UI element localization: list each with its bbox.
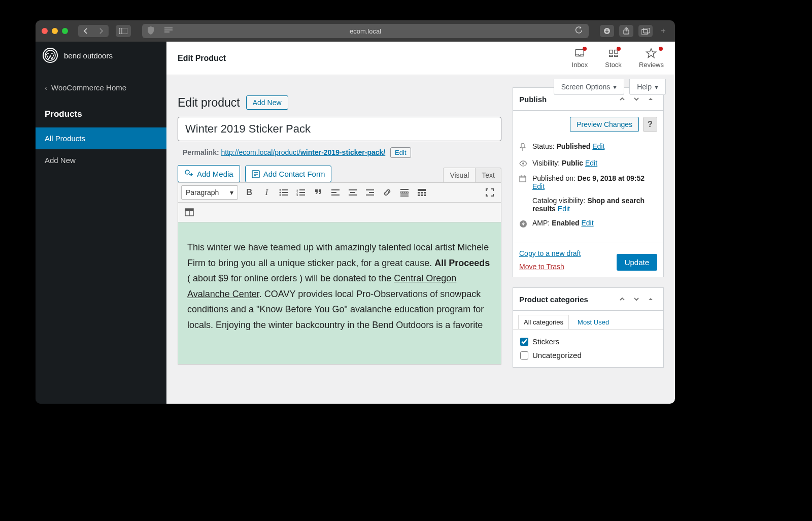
tab-stock[interactable]: Stock: [605, 48, 622, 69]
product-title-input[interactable]: [178, 117, 501, 141]
svg-point-22: [280, 194, 281, 196]
chevron-down-icon: ▾: [613, 83, 617, 91]
editor-toolbar: Paragraph▾ B I 123: [178, 182, 501, 203]
tab-most-used[interactable]: Most Used: [572, 315, 615, 329]
svg-rect-39: [369, 192, 374, 193]
tab-label: Inbox: [572, 61, 588, 69]
fullscreen-button[interactable]: [482, 185, 498, 200]
close-window-button[interactable]: [42, 28, 48, 34]
admin-sidebar: bend outdoors ‹ WooCommerce Home Product…: [36, 42, 166, 404]
tab-visual[interactable]: Visual: [443, 168, 476, 182]
maximize-window-button[interactable]: [62, 28, 68, 34]
tab-label: Stock: [605, 61, 622, 69]
tab-all-categories[interactable]: All categories: [518, 315, 569, 329]
add-new-button[interactable]: Add New: [246, 95, 288, 110]
quote-button[interactable]: [310, 185, 326, 200]
screen-options-button[interactable]: Screen Options ▾: [554, 79, 625, 95]
category-checkbox[interactable]: [520, 338, 528, 346]
amp-icon: [519, 220, 527, 230]
svg-point-15: [185, 170, 189, 174]
svg-rect-24: [282, 192, 288, 193]
category-item-uncategorized[interactable]: Uncategorized: [520, 348, 656, 362]
svg-rect-47: [418, 192, 420, 193]
help-icon[interactable]: ?: [643, 117, 657, 132]
tab-inbox[interactable]: Inbox: [572, 48, 588, 69]
chevron-left-icon: ‹: [45, 83, 47, 92]
svg-rect-0: [119, 28, 127, 34]
update-button[interactable]: Update: [617, 254, 657, 271]
svg-rect-12: [614, 50, 617, 53]
edit-date-link[interactable]: Edit: [532, 182, 545, 190]
back-button[interactable]: [78, 25, 93, 37]
categories-box: Product categories All categories Most U…: [513, 287, 664, 368]
svg-rect-23: [282, 189, 288, 190]
chevron-down-icon: ▾: [230, 188, 233, 197]
edit-catalog-link[interactable]: Edit: [558, 205, 570, 213]
editor-content[interactable]: This winter we have teamed up with amazi…: [178, 222, 501, 365]
sidebar-item-add-new[interactable]: Add New: [36, 149, 166, 171]
link-button[interactable]: [379, 185, 395, 200]
toggle-panel-button[interactable]: [644, 293, 657, 305]
back-to-woocommerce[interactable]: ‹ WooCommerce Home: [36, 69, 166, 101]
insert-more-button[interactable]: [396, 185, 413, 200]
svg-point-57: [522, 162, 524, 165]
copy-draft-link[interactable]: Copy to a new draft: [519, 249, 581, 257]
tab-text[interactable]: Text: [476, 168, 501, 182]
move-to-trash-link[interactable]: Move to Trash: [519, 263, 581, 271]
bullet-list-button[interactable]: [276, 185, 292, 200]
sidebar-header[interactable]: bend outdoors: [36, 42, 166, 69]
number-list-button[interactable]: 123: [293, 185, 309, 200]
permalink-edit-button[interactable]: Edit: [390, 147, 411, 158]
category-item-stickers[interactable]: Stickers: [520, 335, 656, 348]
camera-icon: [184, 169, 193, 178]
header-title: Edit Product: [178, 54, 226, 63]
edit-status-link[interactable]: Edit: [592, 142, 604, 150]
svg-rect-7: [641, 29, 648, 35]
bold-button[interactable]: B: [241, 185, 257, 200]
svg-rect-35: [349, 189, 357, 190]
forward-button[interactable]: [93, 25, 109, 37]
svg-rect-43: [400, 192, 409, 192]
add-media-button[interactable]: Add Media: [178, 165, 240, 182]
sidebar-section-products[interactable]: Products: [36, 101, 166, 127]
reload-icon[interactable]: [575, 26, 583, 36]
main-column: Edit product Add New Permalink: http://e…: [178, 87, 501, 378]
svg-rect-30: [299, 192, 305, 193]
help-button[interactable]: Help ▾: [629, 79, 666, 95]
svg-rect-8: [644, 28, 650, 33]
new-tab-button[interactable]: +: [658, 26, 669, 36]
wc-activity-tabs: Inbox Stock Reviews: [572, 48, 664, 69]
categories-title: Product categories: [519, 295, 588, 304]
editor-toolbar-row2: [178, 203, 501, 222]
traffic-lights: [42, 28, 68, 34]
tab-reviews[interactable]: Reviews: [639, 48, 664, 69]
edit-visibility-link[interactable]: Edit: [585, 159, 597, 167]
move-up-button[interactable]: [616, 293, 629, 305]
publish-box: Publish Preview Changes ?: [513, 87, 664, 277]
reader-mode-icon[interactable]: [164, 27, 173, 35]
publish-title: Publish: [519, 95, 547, 104]
browser-window: ecom.local + bend outdoors ‹ WooCommerce…: [36, 20, 675, 404]
tabs-button[interactable]: [638, 25, 653, 37]
editor-media-buttons: Add Media Add Contact Form Visual Text: [178, 165, 501, 182]
address-bar[interactable]: ecom.local: [142, 24, 589, 38]
downloads-button[interactable]: [600, 25, 614, 37]
table-button[interactable]: [181, 205, 197, 220]
align-left-button[interactable]: [327, 185, 344, 200]
sidebar-toggle-button[interactable]: [116, 25, 131, 37]
move-down-button[interactable]: [630, 293, 643, 305]
add-contact-form-button[interactable]: Add Contact Form: [245, 166, 332, 182]
edit-amp-link[interactable]: Edit: [581, 219, 593, 227]
preview-changes-button[interactable]: Preview Changes: [570, 117, 639, 132]
share-button[interactable]: [619, 25, 633, 37]
italic-button[interactable]: I: [258, 185, 275, 200]
format-select[interactable]: Paragraph▾: [181, 185, 238, 200]
toolbar-toggle-button[interactable]: [414, 185, 430, 200]
permalink-link[interactable]: http://ecom.local/product/winter-2019-st…: [221, 148, 385, 156]
minimize-window-button[interactable]: [52, 28, 58, 34]
align-right-button[interactable]: [362, 185, 378, 200]
align-center-button[interactable]: [345, 185, 361, 200]
sidebar-item-all-products[interactable]: All Products: [36, 127, 166, 149]
category-checkbox[interactable]: [520, 351, 528, 360]
screen-options-row: Screen Options ▾ Help ▾: [554, 79, 666, 95]
